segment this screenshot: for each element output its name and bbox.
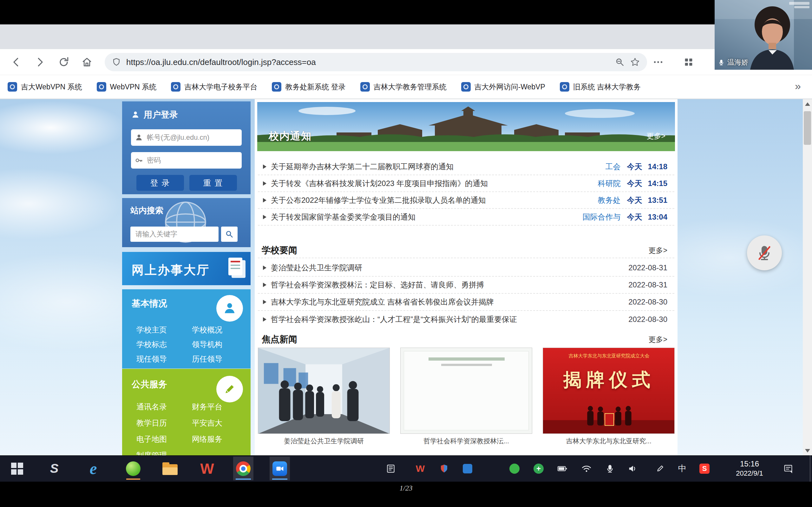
file-explorer-icon[interactable] xyxy=(160,457,180,481)
bullet-icon xyxy=(263,198,266,203)
tray-battery-icon[interactable] xyxy=(554,457,571,481)
address-bar[interactable]: https://oa.jlu.edu.cn/defaultroot/login.… xyxy=(105,53,647,71)
bookmark-item[interactable]: WebVPN 系统 xyxy=(97,82,157,92)
bullet-icon xyxy=(263,215,266,219)
360-browser-icon[interactable] xyxy=(123,457,143,481)
public-services-panel: 公共服务 通讯名录 财务平台 教学日历 平安吉大 电子地图 网络服务 制度管理 xyxy=(122,369,251,455)
sidebar-link[interactable]: 电子地图 xyxy=(136,433,192,446)
taskbar-clock[interactable]: 15:16 2022/9/1 xyxy=(726,457,773,481)
bookmark-favicon-icon xyxy=(272,82,281,92)
start-button[interactable] xyxy=(7,457,27,481)
back-button[interactable] xyxy=(7,53,26,72)
tray-mic-icon[interactable] xyxy=(601,457,619,481)
mic-muted-button[interactable] xyxy=(747,235,782,270)
focus-card[interactable]: 吉林大学东北与东北亚研究院成立大会 揭牌仪式 吉林大学东北与东北亚研究... xyxy=(543,348,675,446)
site-search-button[interactable] xyxy=(221,227,238,242)
tray-blue-app-icon[interactable] xyxy=(459,457,476,481)
account-input[interactable] xyxy=(131,129,242,146)
site-info-shield-icon[interactable] xyxy=(112,57,121,67)
sidebar-link[interactable]: 历任领导 xyxy=(192,353,247,365)
sidebar-link[interactable]: 领导机构 xyxy=(192,338,247,351)
tray-news-panel-icon[interactable] xyxy=(382,457,400,481)
tray-network-icon[interactable] xyxy=(577,457,595,481)
news-more-link[interactable]: 更多> xyxy=(649,245,667,256)
notice-title[interactable]: 关于转发国家留学基金委奖学金项目的通知 xyxy=(271,212,583,222)
scrollbar-down-button[interactable] xyxy=(803,446,812,455)
reset-button[interactable]: 重 置 xyxy=(189,175,237,191)
action-center-button[interactable] xyxy=(779,457,798,481)
notice-title[interactable]: 关于延期举办吉林大学第二十二届教职工网球赛的通知 xyxy=(271,162,606,172)
apps-grid-icon[interactable] xyxy=(679,53,698,72)
forward-button[interactable] xyxy=(31,53,49,72)
chrome-taskbar-icon[interactable] xyxy=(233,457,253,481)
home-button[interactable] xyxy=(78,53,96,72)
news-item-title[interactable]: 哲学社会科学资深教授张屹山：“人才工程”是“文科振兴计划”的最重要保证 xyxy=(271,314,628,325)
bookmark-star-icon[interactable] xyxy=(630,57,640,67)
notice-title[interactable]: 关于转发《吉林省科技发展计划2023 年度项目申报指南》的通知 xyxy=(271,178,598,188)
notice-dept[interactable]: 工会 xyxy=(606,162,621,172)
tray-wps-icon[interactable]: W xyxy=(411,457,429,481)
focus-title: 焦点新闻 xyxy=(262,333,297,345)
bookmark-label: 吉林大学教务管理系统 xyxy=(374,82,447,92)
page-scrollbar[interactable] xyxy=(803,99,812,455)
news-item-title[interactable]: 哲学社会科学资深教授林沄：定目标、选好苗、请良师、勇拼搏 xyxy=(271,280,628,290)
sidebar-link[interactable]: 通讯名录 xyxy=(136,400,192,413)
scrollbar-thumb[interactable] xyxy=(804,111,811,145)
tray-pen-icon[interactable] xyxy=(651,457,669,481)
sidebar-link[interactable]: 学校概况 xyxy=(192,324,247,336)
bullet-icon xyxy=(263,164,266,169)
ie-browser-icon[interactable]: e xyxy=(83,457,103,481)
focus-card[interactable]: 姜治莹赴公共卫生学院调研 xyxy=(258,348,390,446)
bookmark-item[interactable]: 旧系统 吉林大学教务 xyxy=(560,82,641,92)
focus-more-link[interactable]: 更多> xyxy=(649,335,667,344)
sidebar-link[interactable]: 平安吉大 xyxy=(192,417,247,429)
reload-button[interactable] xyxy=(54,53,73,72)
zoom-out-icon[interactable] xyxy=(615,57,625,67)
input-language-indicator[interactable]: 中 xyxy=(673,457,691,481)
tray-plus-icon[interactable]: + xyxy=(530,457,548,481)
sogou-launcher-icon[interactable]: S xyxy=(44,457,64,481)
tray-sogou-icon[interactable]: S xyxy=(696,457,713,481)
bookmark-label: WebVPN 系统 xyxy=(110,82,157,92)
bookmark-item[interactable]: 吉林大学电子校务平台 xyxy=(171,82,257,92)
sidebar-link[interactable]: 学校标志 xyxy=(136,338,192,351)
service-hall-banner[interactable]: 网上办事大厅 xyxy=(122,252,251,285)
news-item-title[interactable]: 姜治莹赴公共卫生学院调研 xyxy=(271,263,628,273)
sidebar-link[interactable]: 现任领导 xyxy=(136,353,192,365)
notice-time: 14:18 xyxy=(648,162,667,171)
show-desktop-sliver[interactable] xyxy=(810,455,812,482)
notice-dept[interactable]: 国际合作与 xyxy=(583,212,621,222)
bookmark-item[interactable]: 教务处新系统 登录 xyxy=(272,82,345,92)
tray-volume-icon[interactable] xyxy=(624,457,642,481)
login-button[interactable]: 登 录 xyxy=(136,175,184,191)
password-input[interactable] xyxy=(131,152,242,169)
sidebar-link[interactable]: 教学日历 xyxy=(136,417,192,429)
meeting-app-icon[interactable] xyxy=(270,457,290,481)
notices-more-link[interactable]: 更多> xyxy=(647,131,665,141)
notice-dept[interactable]: 教务处 xyxy=(598,195,621,205)
bookmark-item[interactable]: 吉大WebVPN 系统 xyxy=(8,82,82,92)
tray-security-shield-icon[interactable] xyxy=(435,457,453,481)
bullet-icon xyxy=(263,317,266,322)
sidebar-link[interactable]: 财务平台 xyxy=(192,400,247,413)
card-photo-hallway xyxy=(258,348,390,434)
site-search-input[interactable] xyxy=(131,227,218,242)
news-item-title[interactable]: 吉林大学东北与东北亚研究院成立 吉林省省长韩俊出席会议并揭牌 xyxy=(271,297,628,307)
tray-meeting-icon[interactable] xyxy=(482,457,500,481)
scrollbar-up-button[interactable] xyxy=(803,99,812,109)
sidebar-link[interactable]: 网络服务 xyxy=(192,433,247,446)
bookmark-favicon-icon xyxy=(461,82,471,92)
tray-green-app-icon[interactable] xyxy=(506,457,523,481)
bookmark-item[interactable]: 吉林大学教务管理系统 xyxy=(360,82,447,92)
sidebar-link[interactable]: 学校主页 xyxy=(136,324,192,336)
focus-card[interactable]: 哲学社会科学资深教授林沄... xyxy=(400,348,532,446)
sidebar-link[interactable]: 制度管理 xyxy=(136,449,192,455)
notice-row: 关于转发《吉林省科技发展计划2023 年度项目申报指南》的通知 科研院 今天 1… xyxy=(258,175,674,192)
bookmark-item[interactable]: 吉大外网访问-WebVP xyxy=(461,82,545,92)
bookmark-label: 吉大WebVPN 系统 xyxy=(21,82,82,92)
bookmarks-overflow-chevron[interactable]: » xyxy=(795,80,801,92)
notice-title[interactable]: 关于公布2022年辅修学士学位专业第二批拟录取人员名单的通知 xyxy=(271,195,598,205)
more-menu-icon[interactable] xyxy=(649,53,668,72)
wps-icon[interactable]: W xyxy=(197,457,217,481)
notice-dept[interactable]: 科研院 xyxy=(598,178,621,188)
